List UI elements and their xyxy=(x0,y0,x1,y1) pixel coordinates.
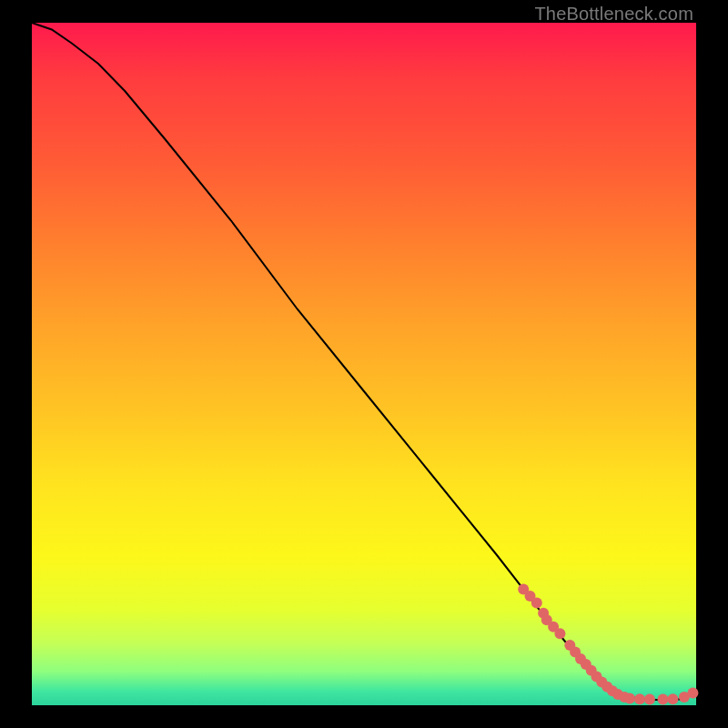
data-point xyxy=(667,693,678,704)
chart-stage: TheBottleneck.com xyxy=(0,0,728,728)
plot-area xyxy=(32,23,696,705)
data-point xyxy=(554,628,565,639)
bottleneck-curve xyxy=(32,23,696,700)
data-point xyxy=(634,693,645,704)
data-point xyxy=(687,688,698,699)
data-point xyxy=(658,694,669,705)
data-points-group xyxy=(518,584,698,705)
data-point xyxy=(644,694,655,705)
watermark-text: TheBottleneck.com xyxy=(534,4,693,25)
data-point xyxy=(624,693,635,704)
chart-svg xyxy=(32,23,696,705)
data-point xyxy=(531,598,542,609)
